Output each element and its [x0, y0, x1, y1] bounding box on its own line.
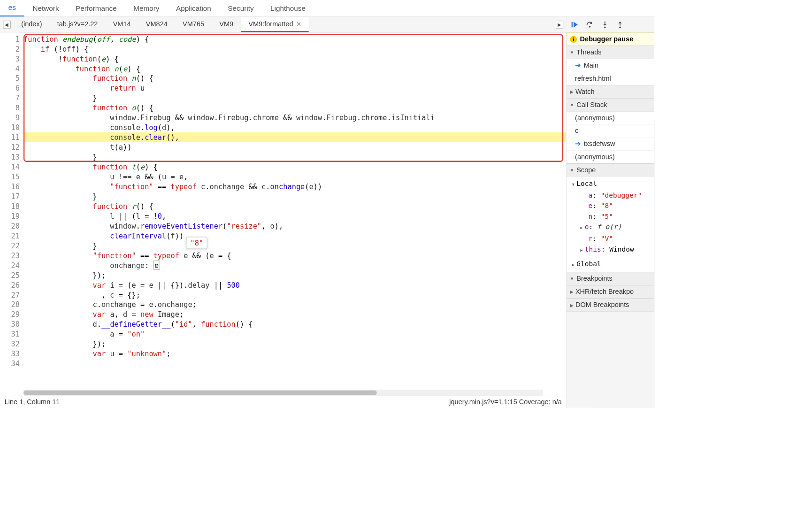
- line-gutter: 1234567891011121314151617181920212223242…: [0, 32, 23, 390]
- coverage-info: jquery.min.js?v=1.1:15 Coverage: n/a: [449, 398, 562, 406]
- file-tab[interactable]: VM824: [138, 17, 175, 31]
- scope-header[interactable]: ▼Scope: [567, 164, 654, 176]
- step-out-icon[interactable]: [616, 20, 624, 29]
- debugger-toolbar: [567, 16, 654, 32]
- devtools-tab-memory[interactable]: Memory: [125, 0, 168, 16]
- call-stack-frame[interactable]: (anonymous): [567, 112, 654, 124]
- svg-point-5: [619, 26, 621, 28]
- value-tooltip: "8": [186, 237, 207, 249]
- cursor-position: Line 1, Column 11: [5, 398, 60, 406]
- nav-forward-button[interactable]: ▶: [556, 21, 563, 28]
- status-bar: Line 1, Column 11 jquery.min.js?v=1.1:15…: [0, 396, 567, 408]
- file-tab[interactable]: VM9:formatted✕: [241, 17, 308, 32]
- thread-item[interactable]: ➔Main: [567, 59, 654, 72]
- step-into-icon[interactable]: [601, 20, 609, 29]
- debugger-paused-banner: i Debugger pause: [567, 32, 654, 46]
- devtools-tab-security[interactable]: Security: [220, 0, 262, 16]
- active-arrow-icon: ➔: [575, 61, 581, 70]
- call-stack-header[interactable]: ▼Call Stack: [567, 99, 654, 111]
- info-icon: i: [570, 36, 577, 43]
- scope-global[interactable]: ▶Global: [567, 257, 654, 272]
- debugger-panel: i Debugger pause ▼Threads ➔Mainrefresh.h…: [567, 16, 654, 407]
- devtools-tab-application[interactable]: Application: [168, 0, 219, 16]
- file-tab[interactable]: (index): [14, 17, 50, 31]
- devtools-tab-network[interactable]: Network: [24, 0, 68, 16]
- file-tab[interactable]: VM14: [106, 17, 138, 31]
- close-icon[interactable]: ✕: [296, 20, 301, 27]
- svg-point-3: [604, 26, 606, 28]
- file-tab[interactable]: tab.js?v=2.22: [50, 17, 106, 31]
- watch-header[interactable]: ▶Watch: [567, 85, 654, 98]
- step-over-icon[interactable]: [586, 20, 594, 29]
- code-content[interactable]: function endebug(off, code) { if (!off) …: [23, 32, 567, 390]
- nav-back-button[interactable]: ◀: [3, 21, 10, 28]
- resume-icon[interactable]: [570, 20, 579, 29]
- dom-breakpoints-header[interactable]: ▶DOM Breakpoints: [567, 299, 654, 312]
- debugger-paused-label: Debugger pause: [580, 35, 634, 43]
- svg-point-1: [589, 26, 591, 28]
- devtools-tab-lighthouse[interactable]: Lighthouse: [262, 0, 314, 16]
- xhr-breakpoints-header[interactable]: ▶XHR/fetch Breakpo: [567, 286, 654, 299]
- code-editor[interactable]: 1234567891011121314151617181920212223242…: [0, 32, 567, 390]
- call-stack-frame[interactable]: (anonymous): [567, 151, 654, 163]
- svg-rect-0: [572, 22, 573, 27]
- devtools-top-tabs: esNetworkPerformanceMemoryApplicationSec…: [0, 0, 654, 16]
- active-arrow-icon: ➔: [575, 139, 581, 148]
- thread-item[interactable]: refresh.html: [567, 72, 654, 85]
- file-tab[interactable]: VM765: [175, 17, 212, 31]
- breakpoints-header[interactable]: ▼Breakpoints: [567, 272, 654, 285]
- call-stack-frame[interactable]: ➔txsdefwsw: [567, 138, 654, 151]
- threads-header[interactable]: ▼Threads: [567, 46, 654, 59]
- devtools-tab-performance[interactable]: Performance: [67, 0, 125, 16]
- file-tab-bar: ◀ (index)tab.js?v=2.22VM14VM824VM765VM9V…: [0, 16, 567, 32]
- horizontal-scrollbar[interactable]: [23, 390, 543, 396]
- scope-local[interactable]: ▼Local a: "debugger" e: "8" n: "5" ▶o: f…: [567, 176, 654, 257]
- file-tab[interactable]: VM9: [212, 17, 241, 31]
- call-stack-frame[interactable]: c: [567, 124, 654, 137]
- devtools-tab-es[interactable]: es: [0, 0, 24, 16]
